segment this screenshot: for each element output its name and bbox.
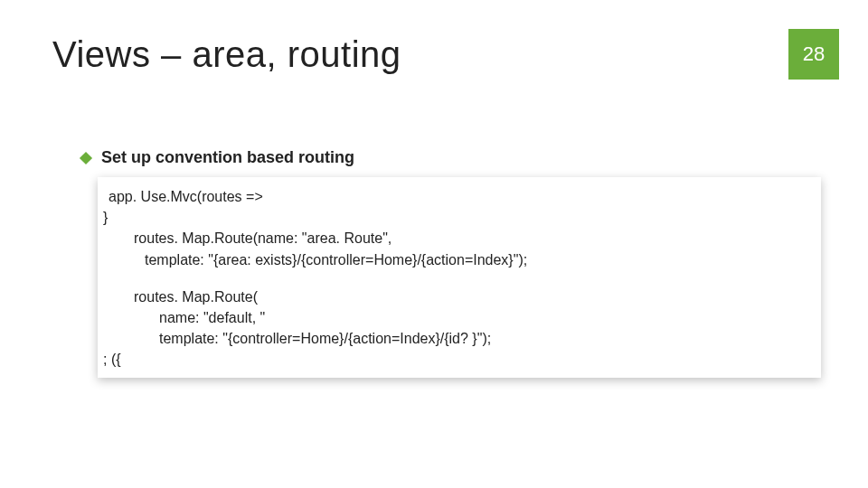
code-block: app. Use.Mvc(routes => } routes. Map.Rou… xyxy=(98,177,821,378)
code-line: name: "default, " xyxy=(103,307,816,328)
code-line: routes. Map.Route( xyxy=(103,286,816,307)
bullet-item: Set up convention based routing xyxy=(81,148,354,167)
code-line: template: "{controller=Home}/{action=Ind… xyxy=(103,328,816,349)
page-number-text: 28 xyxy=(803,42,825,66)
diamond-icon xyxy=(80,151,92,164)
slide: Views – area, routing 28 Set up conventi… xyxy=(0,0,868,488)
page-number-badge: 28 xyxy=(788,29,839,80)
bullet-text: Set up convention based routing xyxy=(101,148,354,167)
code-line: ; ({ xyxy=(103,349,816,370)
code-line: routes. Map.Route(name: "area. Route", xyxy=(103,228,816,249)
slide-title: Views – area, routing xyxy=(52,34,401,75)
code-line: } xyxy=(103,207,816,228)
code-line: app. Use.Mvc(routes => xyxy=(103,186,816,207)
code-blank-line xyxy=(103,270,816,286)
code-line: template: "{area: exists}/{controller=Ho… xyxy=(103,249,816,270)
